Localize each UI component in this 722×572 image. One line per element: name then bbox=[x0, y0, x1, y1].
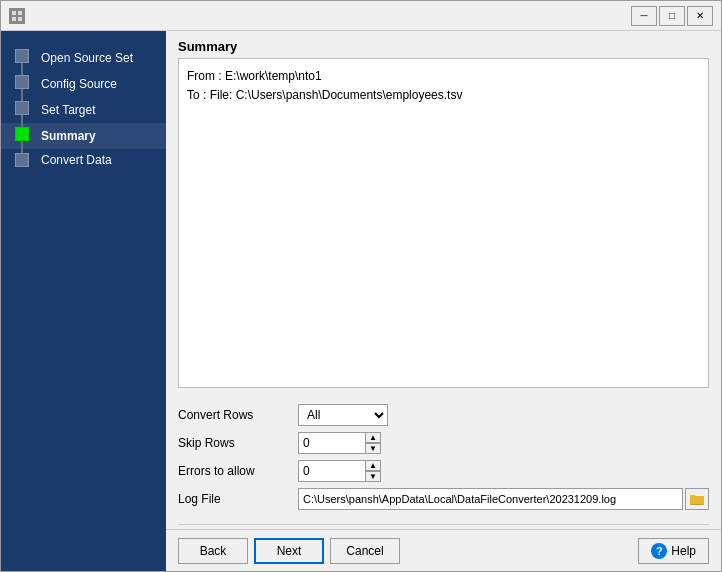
sidebar-item-set-target[interactable]: Set Target bbox=[41, 97, 156, 123]
skip-rows-spinner: ▲ ▼ bbox=[365, 432, 381, 454]
errors-to-allow-input[interactable] bbox=[298, 460, 366, 482]
main-window: ─ □ ✕ Open Source Set bbox=[0, 0, 722, 572]
maximize-button[interactable]: □ bbox=[659, 6, 685, 26]
skip-rows-row: Skip Rows ▲ ▼ bbox=[178, 432, 709, 454]
footer-right: ? Help bbox=[638, 538, 709, 564]
svg-rect-7 bbox=[690, 496, 704, 504]
sidebar-item-open-source-set[interactable]: Open Source Set bbox=[41, 45, 156, 71]
title-bar: ─ □ ✕ bbox=[1, 1, 721, 31]
skip-rows-input[interactable] bbox=[298, 432, 366, 454]
log-file-browse-button[interactable] bbox=[685, 488, 709, 510]
errors-to-allow-spinner: ▲ ▼ bbox=[365, 460, 381, 482]
title-bar-left bbox=[9, 8, 25, 24]
errors-to-allow-up-button[interactable]: ▲ bbox=[365, 460, 381, 471]
app-icon bbox=[9, 8, 25, 24]
svg-rect-1 bbox=[18, 11, 22, 15]
skip-rows-label: Skip Rows bbox=[178, 436, 298, 450]
convert-rows-row: Convert Rows All Range First N bbox=[178, 404, 709, 426]
svg-rect-0 bbox=[12, 11, 16, 15]
help-button[interactable]: ? Help bbox=[638, 538, 709, 564]
errors-to-allow-down-button[interactable]: ▼ bbox=[365, 471, 381, 482]
sidebar-item-config-source[interactable]: Config Source bbox=[41, 71, 156, 97]
convert-rows-select[interactable]: All Range First N bbox=[298, 404, 388, 426]
skip-rows-up-button[interactable]: ▲ bbox=[365, 432, 381, 443]
errors-to-allow-label: Errors to allow bbox=[178, 464, 298, 478]
svg-rect-3 bbox=[18, 17, 22, 21]
skip-rows-control: ▲ ▼ bbox=[298, 432, 381, 454]
cancel-button[interactable]: Cancel bbox=[330, 538, 400, 564]
footer-divider bbox=[178, 524, 709, 525]
skip-rows-down-button[interactable]: ▼ bbox=[365, 443, 381, 454]
panel-header: Summary bbox=[166, 31, 721, 58]
close-button[interactable]: ✕ bbox=[687, 6, 713, 26]
convert-rows-control: All Range First N bbox=[298, 404, 388, 426]
summary-line-to: To : File: C:\Users\pansh\Documents\empl… bbox=[187, 86, 700, 105]
next-button[interactable]: Next bbox=[254, 538, 324, 564]
footer: Back Next Cancel ? Help bbox=[166, 529, 721, 571]
main-content: Open Source Set Config Source bbox=[1, 31, 721, 571]
right-panel: Summary From : E:\work\temp\nto1 To : Fi… bbox=[166, 31, 721, 571]
sidebar: Open Source Set Config Source bbox=[1, 31, 166, 571]
svg-rect-2 bbox=[12, 17, 16, 21]
folder-icon bbox=[690, 493, 704, 505]
errors-to-allow-control: ▲ ▼ bbox=[298, 460, 381, 482]
log-file-row: Log File bbox=[178, 488, 709, 510]
log-file-input[interactable] bbox=[298, 488, 683, 510]
footer-left: Back Next Cancel bbox=[178, 538, 400, 564]
help-icon: ? bbox=[651, 543, 667, 559]
summary-line-from: From : E:\work\temp\nto1 bbox=[187, 67, 700, 86]
convert-rows-label: Convert Rows bbox=[178, 408, 298, 422]
summary-box: From : E:\work\temp\nto1 To : File: C:\U… bbox=[178, 58, 709, 388]
options-area: Convert Rows All Range First N Skip Rows bbox=[166, 396, 721, 524]
sidebar-item-summary[interactable]: Summary bbox=[41, 123, 156, 149]
errors-to-allow-row: Errors to allow ▲ ▼ bbox=[178, 460, 709, 482]
title-bar-controls: ─ □ ✕ bbox=[631, 6, 713, 26]
log-file-label: Log File bbox=[178, 492, 298, 506]
back-button[interactable]: Back bbox=[178, 538, 248, 564]
minimize-button[interactable]: ─ bbox=[631, 6, 657, 26]
sidebar-item-convert-data[interactable]: Convert Data bbox=[41, 149, 156, 171]
svg-rect-8 bbox=[690, 495, 695, 497]
